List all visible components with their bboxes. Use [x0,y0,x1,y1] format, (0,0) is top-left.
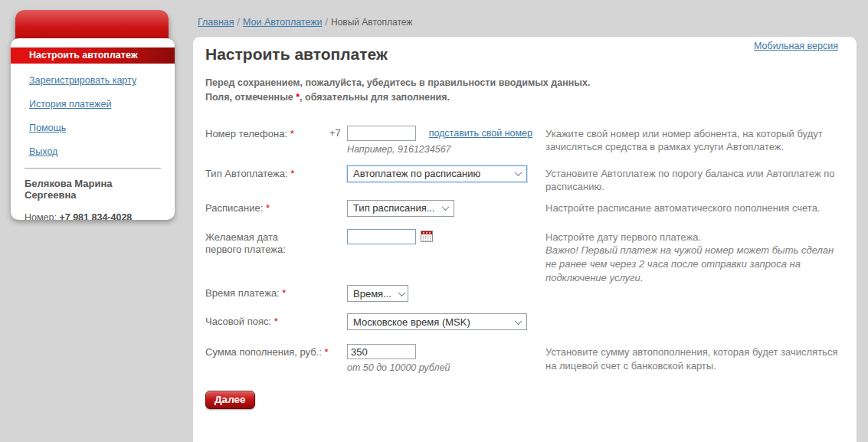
phone-hint: Например, 9161234567 [329,144,545,155]
payment-time-control: Время... [329,285,545,302]
main-content: Мобильная версия Настроить автоплатеж Пе… [193,37,857,442]
breadcrumb-separator: / [326,17,328,28]
help-link[interactable]: Помощь [29,123,66,133]
intro-text: Перед сохранением, пожалуйста, убедитесь… [205,76,838,105]
breadcrumb-home-link[interactable]: Главная [198,17,234,28]
calendar-icon[interactable] [421,231,433,244]
payment-time-value: Время... [353,288,391,300]
phone-label: Номер телефона: * [205,126,329,141]
chevron-down-icon [515,317,522,325]
amount-control: от 50 до 10000 рублей [329,344,545,373]
intro-line-1: Перед сохранением, пожалуйста, убедитесь… [205,76,838,90]
first-payment-date-label: Желаемая дата первого платежа: [205,229,329,257]
amount-label: Сумма пополнения, руб.: * [205,344,329,359]
first-payment-date-input[interactable] [347,229,416,244]
required-asterisk: * [266,202,270,214]
chevron-down-icon [398,289,406,296]
user-phone-label: Номер: [25,212,57,220]
sidebar-menu: Зарегистрировать карту История платежей … [11,64,175,158]
use-own-number-link[interactable]: подставить свой номер [429,128,532,139]
breadcrumb-current: Новый Автоплатеж [331,17,412,28]
autopayment-type-help-text: Установите Автоплатеж по порогу баланса … [545,165,838,195]
phone-control: +7 подставить свой номер Например, 91612… [329,126,545,155]
register-card-link[interactable]: Зарегистрировать карту [29,75,136,86]
timezone-select[interactable]: Московское время (MSK) [347,313,527,330]
sidebar-item-setup-autopayment[interactable]: Настроить автоплатеж [11,47,175,64]
page: Главная/Мои Автоплатежи/Новый Автоплатеж… [0,0,868,442]
sidebar: Настроить автоплатеж Зарегистрировать ка… [11,38,175,220]
user-info: Белякова Марина Сергеевна Номер: +7 981 … [11,178,175,220]
autopayment-type-select[interactable]: Автоплатеж по расписанию [347,165,527,182]
autopayment-type-control: Автоплатеж по расписанию [329,165,545,182]
schedule-control: Тип расписания... [329,200,545,217]
user-phone-value: +7 981 834-4028 [59,212,132,220]
phone-prefix: +7 [329,127,347,139]
sidebar-divider [25,168,161,169]
autopayment-type-label: Тип Автоплатежа: * [205,165,329,181]
schedule-label: Расписание: * [205,200,329,215]
timezone-row: Часовой пояс: * Московское время (MSK) [205,313,838,344]
first-payment-date-control [329,229,545,245]
chevron-down-icon [442,203,450,211]
breadcrumb-autopayments-link[interactable]: Мои Автоплатежи [243,17,323,28]
intro-line-2-suffix: , обязательны для заполнения. [300,92,450,103]
payment-time-label: Время платежа: * [205,285,329,300]
sidebar-item-help[interactable]: Помощь [29,120,175,134]
first-payment-date-help-text: Настройте дату первого платежа. Важно! П… [545,229,838,286]
page-title: Настроить автоплатеж [205,45,838,64]
timezone-label: Часовой пояс: * [205,313,329,329]
required-asterisk: * [324,346,328,358]
autopayment-form: Номер телефона: * +7 подставить свой ном… [205,126,838,410]
intro-line-2: Поля, отмеченные *, обязательны для запо… [205,90,838,105]
autopayment-type-row: Тип Автоплатежа: * Автоплатеж по расписа… [205,165,838,200]
payment-history-link[interactable]: История платежей [29,99,111,110]
amount-row: Сумма пополнения, руб.: * от 50 до 10000… [205,344,838,381]
schedule-type-value: Тип расписания... [353,202,435,214]
logout-link[interactable]: Выход [29,146,57,157]
required-asterisk: * [290,128,294,139]
schedule-help-text: Настройте расписание автоматического поп… [545,200,838,215]
first-payment-date-row: Желаемая дата первого платежа: Настройте… [205,229,838,286]
phone-row: Номер телефона: * +7 подставить свой ном… [205,126,838,165]
amount-hint: от 50 до 10000 рублей [347,362,545,373]
phone-help-text: Укажите свой номер или номер абонента, н… [545,126,838,155]
required-asterisk: * [274,316,278,327]
next-button[interactable]: Далее [205,391,255,409]
required-asterisk: * [282,287,286,299]
timezone-control: Московское время (MSK) [329,313,545,330]
schedule-row: Расписание: * Тип расписания... Настройт… [205,200,838,229]
sidebar-item-logout[interactable]: Выход [29,144,175,158]
mobile-version-link[interactable]: Мобильная версия [754,41,838,51]
intro-line-2-prefix: Поля, отмеченные [205,92,296,103]
required-asterisk: * [290,168,294,179]
schedule-type-select[interactable]: Тип расписания... [347,200,454,217]
timezone-value: Московское время (MSK) [353,316,470,328]
breadcrumb-separator: / [237,17,240,28]
payment-time-row: Время платежа: * Время... [205,285,838,313]
sidebar-item-register-card[interactable]: Зарегистрировать карту [29,73,175,87]
amount-input[interactable] [347,344,416,359]
sidebar-item-payment-history[interactable]: История платежей [29,97,175,110]
chevron-down-icon [515,169,522,176]
payment-time-select[interactable]: Время... [347,285,408,302]
phone-input[interactable] [347,126,416,141]
autopayment-type-value: Автоплатеж по расписанию [353,168,480,179]
user-phone: Номер: +7 981 834-4028 [25,212,162,220]
breadcrumb: Главная/Мои Автоплатежи/Новый Автоплатеж [198,17,412,28]
date-help-important: Важно! Первый платеж на чужой номер може… [545,244,838,285]
user-name: Белякова Марина Сергеевна [25,178,162,201]
amount-help-text: Установите сумму автопополнения, которая… [545,344,838,373]
date-help-line: Настройте дату первого платежа. [545,231,838,244]
